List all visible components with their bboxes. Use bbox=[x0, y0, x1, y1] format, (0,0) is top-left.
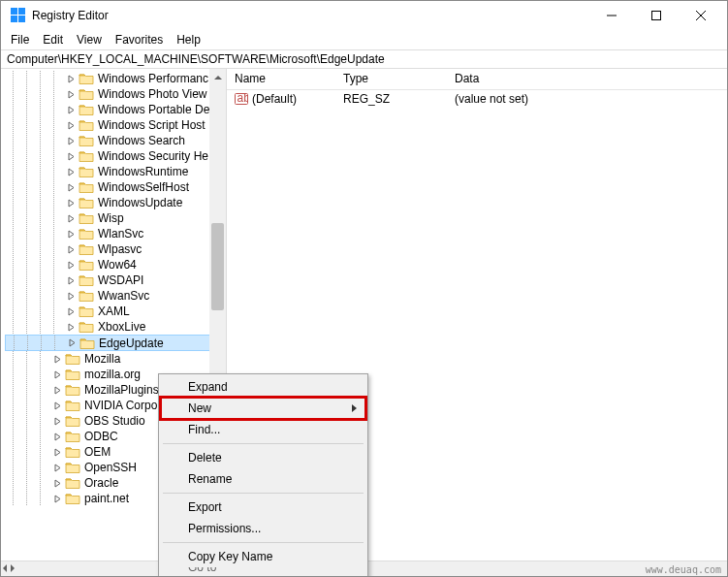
expand-icon[interactable] bbox=[65, 243, 77, 255]
expand-icon[interactable] bbox=[65, 166, 77, 177]
tree-item[interactable]: Mozilla bbox=[5, 351, 226, 367]
value-data: (value not set) bbox=[447, 92, 727, 106]
context-menu: ExpandNewFind...DeleteRenameExportPermis… bbox=[158, 373, 368, 577]
tree-item-label: Windows Security He bbox=[98, 149, 208, 163]
expand-icon[interactable] bbox=[51, 415, 63, 427]
svg-marker-15 bbox=[69, 184, 74, 191]
tree-item-label: paint.net bbox=[84, 492, 129, 505]
expand-icon[interactable] bbox=[65, 305, 77, 317]
menu-help[interactable]: Help bbox=[171, 31, 206, 48]
tree-item[interactable]: Windows Script Host bbox=[5, 117, 226, 133]
context-menu-item[interactable]: Find... bbox=[161, 419, 365, 440]
tree-item[interactable]: Wisp bbox=[5, 210, 226, 226]
value-row[interactable]: ab (Default) REG_SZ (value not set) bbox=[227, 90, 727, 108]
tree-item[interactable]: Wlpasvc bbox=[5, 241, 226, 257]
scroll-thumb[interactable] bbox=[211, 223, 224, 310]
expand-icon[interactable] bbox=[65, 197, 77, 208]
column-data[interactable]: Data bbox=[447, 69, 727, 89]
context-menu-item[interactable]: Rename bbox=[161, 468, 365, 490]
tree-item[interactable]: EdgeUpdate bbox=[5, 335, 226, 351]
svg-marker-22 bbox=[69, 293, 74, 300]
minimize-button[interactable] bbox=[589, 1, 634, 30]
context-menu-item[interactable]: New bbox=[161, 398, 365, 419]
expand-icon[interactable] bbox=[65, 321, 77, 333]
app-icon bbox=[11, 8, 26, 23]
tree-item[interactable]: Windows Security He bbox=[5, 148, 226, 164]
expand-icon[interactable] bbox=[65, 274, 77, 286]
scroll-up-arrow-icon[interactable] bbox=[209, 69, 226, 85]
expand-icon[interactable] bbox=[51, 353, 63, 365]
close-button[interactable] bbox=[679, 1, 723, 30]
expand-icon[interactable] bbox=[51, 384, 63, 396]
tree-item[interactable]: WSDAPI bbox=[5, 272, 226, 288]
svg-marker-8 bbox=[69, 76, 74, 82]
expand-icon[interactable] bbox=[51, 477, 63, 489]
expand-icon[interactable] bbox=[65, 88, 77, 100]
tree-item[interactable]: Windows Photo View bbox=[5, 86, 226, 102]
maximize-button[interactable] bbox=[634, 1, 679, 30]
scroll-left-arrow-icon[interactable] bbox=[1, 561, 9, 576]
tree-item[interactable]: WlanSvc bbox=[5, 226, 226, 241]
expand-icon[interactable] bbox=[65, 290, 77, 302]
menu-view[interactable]: View bbox=[71, 31, 108, 48]
context-menu-item[interactable]: Go to HKEY_CURRENT_USER bbox=[161, 567, 365, 577]
expand-icon[interactable] bbox=[65, 150, 77, 162]
scroll-right-arrow-icon[interactable] bbox=[9, 561, 16, 576]
context-menu-item[interactable]: Delete bbox=[161, 447, 365, 468]
title-bar: Registry Editor bbox=[1, 1, 727, 30]
tree-item[interactable]: XAML bbox=[5, 304, 226, 319]
svg-marker-18 bbox=[69, 231, 74, 238]
tree-item-label: Mozilla bbox=[84, 352, 120, 366]
tree-item-label: Windows Script Host bbox=[98, 118, 206, 132]
context-menu-item[interactable]: Export bbox=[161, 497, 365, 518]
expand-icon[interactable] bbox=[51, 462, 63, 473]
tree-item[interactable]: WwanSvc bbox=[5, 288, 226, 304]
column-name[interactable]: Name bbox=[227, 69, 335, 89]
tree-item[interactable]: Wow64 bbox=[5, 257, 226, 272]
tree-item-label: mozilla.org bbox=[84, 368, 141, 381]
value-name: (Default) bbox=[252, 92, 297, 106]
tree-item-label: MozillaPlugins bbox=[84, 383, 159, 397]
expand-icon[interactable] bbox=[65, 135, 77, 146]
expand-icon[interactable] bbox=[65, 119, 77, 131]
expand-icon[interactable] bbox=[65, 212, 77, 224]
tree-item[interactable]: WindowsRuntime bbox=[5, 164, 226, 179]
expand-icon[interactable] bbox=[51, 431, 63, 442]
menu-edit[interactable]: Edit bbox=[37, 31, 69, 48]
expand-icon[interactable] bbox=[65, 259, 77, 271]
expand-icon[interactable] bbox=[65, 73, 77, 84]
svg-marker-13 bbox=[69, 153, 74, 160]
expand-icon[interactable] bbox=[66, 337, 78, 349]
svg-marker-36 bbox=[214, 76, 222, 80]
tree-item[interactable]: Windows Search bbox=[5, 133, 226, 148]
expand-icon[interactable] bbox=[51, 369, 63, 380]
context-menu-item[interactable]: Expand bbox=[161, 376, 365, 398]
tree-item[interactable]: WindowsSelfHost bbox=[5, 179, 226, 195]
address-bar[interactable]: Computer\HKEY_LOCAL_MACHINE\SOFTWARE\Mic… bbox=[1, 49, 727, 69]
svg-text:ab: ab bbox=[237, 92, 249, 105]
folder-icon bbox=[65, 461, 80, 474]
expand-icon[interactable] bbox=[51, 493, 63, 504]
context-menu-item-label: Export bbox=[188, 500, 222, 514]
folder-icon bbox=[79, 196, 94, 209]
folder-icon bbox=[79, 227, 94, 240]
expand-icon[interactable] bbox=[51, 446, 63, 458]
menu-file[interactable]: File bbox=[5, 31, 35, 48]
tree-item[interactable]: WindowsUpdate bbox=[5, 195, 226, 210]
reg-sz-icon: ab bbox=[235, 92, 248, 106]
context-menu-separator bbox=[163, 542, 364, 543]
expand-icon[interactable] bbox=[65, 181, 77, 193]
context-menu-item[interactable]: Permissions... bbox=[161, 518, 365, 539]
context-menu-item-label: Go to HKEY_CURRENT_USER bbox=[188, 567, 342, 577]
value-name-cell: ab (Default) bbox=[227, 92, 335, 106]
tree-item[interactable]: Windows Portable De bbox=[5, 102, 226, 117]
context-menu-item[interactable]: Copy Key Name bbox=[161, 546, 365, 567]
tree-item[interactable]: Windows Performanc bbox=[5, 71, 226, 86]
expand-icon[interactable] bbox=[65, 228, 77, 240]
tree-item-label: Windows Performanc bbox=[98, 72, 208, 85]
column-type[interactable]: Type bbox=[335, 69, 447, 89]
expand-icon[interactable] bbox=[65, 104, 77, 115]
tree-item[interactable]: XboxLive bbox=[5, 319, 226, 335]
expand-icon[interactable] bbox=[51, 400, 63, 411]
menu-favorites[interactable]: Favorites bbox=[110, 31, 169, 48]
